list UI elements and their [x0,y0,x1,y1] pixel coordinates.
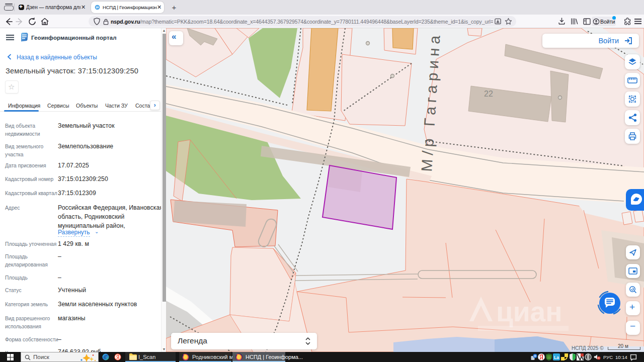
svg-text:циан: циан [496,296,562,327]
svg-text:La: La [554,355,559,360]
svg-text:22: 22 [484,89,493,98]
